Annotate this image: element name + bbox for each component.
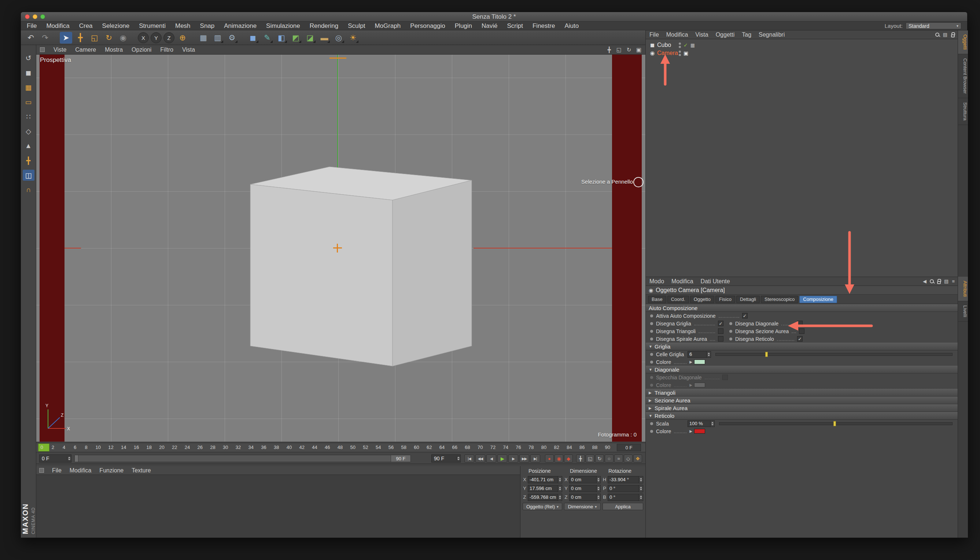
menu-item[interactable]: Personaggio <box>410 22 445 30</box>
viewport-menu-item[interactable]: Vista <box>182 47 195 53</box>
last-tool-icon[interactable]: ◉ <box>117 32 129 43</box>
apply-button[interactable]: Applica <box>603 503 643 510</box>
position-mode-dropdown[interactable]: Oggetto (Rel)▾ <box>523 503 562 510</box>
record-point-level-icon[interactable]: ≈ <box>614 455 623 463</box>
menu-item[interactable]: Selezione <box>102 22 130 30</box>
group-spirale-aurea[interactable]: ▶ Spirale Aurea <box>646 404 958 412</box>
workplane-mode-icon[interactable]: ▭ <box>23 97 35 107</box>
add-spline-icon[interactable]: ✎ <box>261 32 273 43</box>
position-y-field[interactable]: 17.596 cm <box>528 485 562 492</box>
panel-icon[interactable] <box>40 47 45 52</box>
play-button[interactable]: ▶ <box>497 455 507 463</box>
menu-item[interactable]: Rendering <box>310 22 338 30</box>
add-cube-icon[interactable]: ◼ <box>247 32 259 43</box>
goto-end-button[interactable]: ▶| <box>530 455 540 463</box>
tab-stereoscopico[interactable]: Stereoscopico <box>761 296 798 303</box>
tab-base[interactable]: Base <box>648 296 666 303</box>
search-icon[interactable] <box>935 33 939 37</box>
edges-mode-icon[interactable]: ◇ <box>23 126 35 137</box>
object-manager-menu-item[interactable]: Segnalibri <box>758 32 785 38</box>
lock-z-icon[interactable]: Z <box>163 32 175 43</box>
menu-item[interactable]: Simulazione <box>266 22 300 30</box>
griglia-color-swatch[interactable] <box>694 360 705 364</box>
material-menu-item[interactable]: Texture <box>132 467 151 474</box>
record-parameter-icon[interactable]: ○ <box>605 455 613 463</box>
reticolo-scala-slider[interactable] <box>719 422 953 425</box>
points-mode-icon[interactable]: ∷ <box>23 111 35 122</box>
group-sezione-aurea[interactable]: ▶ Sezione Aurea <box>646 397 958 404</box>
dock-tab-struttura[interactable]: Struttura <box>958 98 968 125</box>
param-bullet-icon[interactable] <box>650 338 653 340</box>
keyframe-selection-icon[interactable]: ◇ <box>624 455 633 463</box>
menu-item[interactable]: Strumenti <box>139 22 166 30</box>
goto-start-button[interactable]: |◀ <box>464 455 474 463</box>
scale-tool-icon[interactable]: ◱ <box>88 32 101 43</box>
layout-icon[interactable]: ▤ <box>943 32 947 37</box>
rotate-view-icon[interactable]: ↻ <box>625 47 633 53</box>
group-triangoli[interactable]: ▶ Triangoli <box>646 389 958 397</box>
redo-icon[interactable]: ↷ <box>39 32 51 43</box>
record-rotation-icon[interactable]: ↻ <box>595 455 604 463</box>
attribute-mode-menu[interactable]: Modifica <box>672 278 693 285</box>
viewport-menu-item[interactable]: Camere <box>75 47 96 53</box>
object-row-camera[interactable]: ◉ Camera ▣ <box>646 49 958 57</box>
viewport-canvas[interactable]: Prospettiva Selezione a Pennello Fotogra… <box>36 55 645 442</box>
object-manager-menu-item[interactable]: Tag <box>742 32 751 38</box>
attiva-aiuto-composizione-checkbox[interactable]: ✓ <box>742 313 748 318</box>
object-name[interactable]: Camera <box>657 50 678 57</box>
menu-item[interactable]: MoGraph <box>375 22 400 30</box>
polygons-mode-icon[interactable]: ▲ <box>23 140 35 152</box>
tab-composizione[interactable]: Composizione <box>799 296 837 303</box>
render-settings-icon[interactable]: ⚙ <box>226 32 238 43</box>
dock-tab-content-browser[interactable]: Content Browser <box>958 54 968 98</box>
material-menu-item[interactable]: Funzione <box>99 467 123 474</box>
position-z-field[interactable]: -559.768 cm <box>528 494 562 501</box>
param-bullet-icon[interactable] <box>650 315 653 317</box>
param-bullet-icon[interactable] <box>650 430 653 433</box>
snap-settings-icon[interactable]: ∩ <box>23 184 35 195</box>
rotation-h-field[interactable]: -33.904 ° <box>608 476 643 483</box>
history-back-icon[interactable]: ◀ <box>923 278 927 284</box>
prev-frame-button[interactable]: ◀ <box>486 455 496 463</box>
record-position-icon[interactable]: ╋ <box>576 455 585 463</box>
add-camera-icon[interactable]: ◎ <box>332 32 345 43</box>
param-bullet-icon[interactable] <box>729 338 732 340</box>
menu-item[interactable]: Script <box>507 22 523 30</box>
rotate-tool-icon[interactable]: ↻ <box>103 32 115 43</box>
viewport-menu-item[interactable]: Mostra <box>105 47 123 53</box>
menu-item[interactable]: Navié <box>482 22 497 30</box>
group-reticolo[interactable]: ▼ Reticolo <box>646 412 958 420</box>
search-icon[interactable] <box>930 279 934 283</box>
viewport-solo-icon[interactable]: ◫ <box>23 170 35 181</box>
chevron-right-icon[interactable]: ▶ <box>689 429 692 433</box>
stepper-icon[interactable] <box>67 457 71 460</box>
live-selection-icon[interactable]: ➤ <box>60 32 72 43</box>
disegna-diagonale-checkbox[interactable] <box>797 321 803 326</box>
object-tree[interactable]: ◼ Cubo ✓ ▦ ◉ Camera <box>646 39 958 277</box>
timeline-options-icon[interactable]: ❖ <box>633 455 642 463</box>
param-bullet-icon[interactable] <box>650 361 653 363</box>
tab-oggetto[interactable]: Oggetto <box>690 296 714 303</box>
dock-tab-oggetti[interactable]: Oggetti <box>958 30 968 54</box>
panel-icon[interactable] <box>39 468 44 473</box>
move-tool-icon[interactable]: ╋ <box>74 32 87 43</box>
lock-y-icon[interactable]: Y <box>151 32 162 43</box>
make-editable-icon[interactable]: ↺ <box>23 52 35 63</box>
visibility-dots-icon[interactable] <box>679 43 681 48</box>
keyframe-options-icon[interactable]: ◆ <box>564 455 573 463</box>
add-light-icon[interactable]: ☀ <box>347 32 359 43</box>
disegna-spirale-aurea-checkbox[interactable] <box>718 336 723 342</box>
record-scale-icon[interactable]: ◱ <box>586 455 595 463</box>
rotation-p-field[interactable]: 0 ° <box>608 485 643 492</box>
menu-item[interactable]: Aiuto <box>564 22 579 30</box>
param-bullet-icon[interactable] <box>650 422 653 425</box>
camera-view-toggle-icon[interactable]: ▣ <box>683 50 688 56</box>
add-mograph-icon[interactable]: ◧ <box>275 32 288 43</box>
model-mode-icon[interactable]: ◼ <box>23 67 35 78</box>
disegna-reticolo-checkbox[interactable]: ✓ <box>797 336 803 342</box>
celle-griglia-slider[interactable] <box>715 353 953 356</box>
next-key-button[interactable]: ▶▶ <box>519 455 529 463</box>
group-diagonale[interactable]: ▼ Diagonale <box>646 366 958 373</box>
layout-select[interactable]: Standard ▾ <box>906 22 961 29</box>
texture-mode-icon[interactable]: ▦ <box>23 82 35 93</box>
